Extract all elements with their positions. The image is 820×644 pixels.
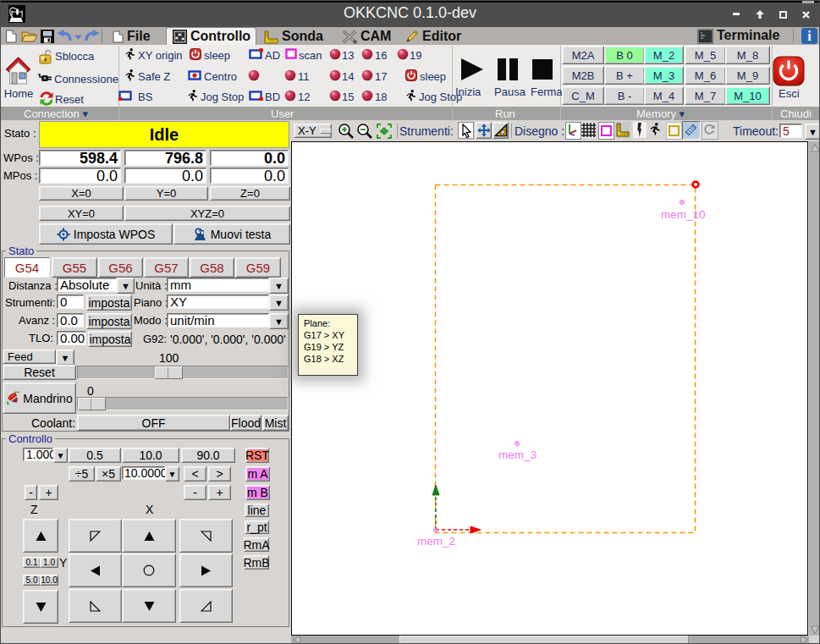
svg-text:mem_10: mem_10 — [661, 208, 706, 221]
svg-text:mem_3: mem_3 — [498, 449, 537, 461]
svg-text:mem_2: mem_2 — [417, 535, 455, 548]
